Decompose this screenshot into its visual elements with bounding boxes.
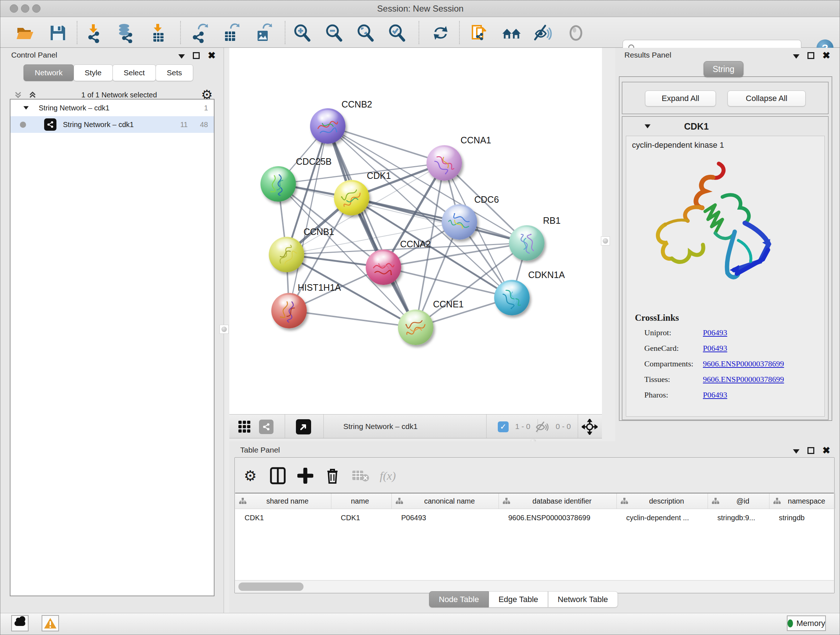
import-network-from-database-button[interactable] [114, 22, 135, 43]
network-canvas[interactable]: CCNB2CCNA1CDC25BCDK1CDC6RB1CCNB1CCNA2CDK… [229, 48, 602, 414]
network-collection-row[interactable]: String Network – cdk1 1 [11, 100, 214, 116]
import-table-button[interactable] [148, 22, 169, 43]
network-name: String Network – cdk1 [63, 120, 134, 129]
title-bar: Session: New Session [0, 0, 840, 17]
close-panel-icon[interactable]: ✖ [208, 51, 216, 60]
export-image-button[interactable] [253, 22, 274, 43]
column-header[interactable]: description [617, 494, 708, 509]
network-row[interactable]: String Network – cdk1 11 48 [11, 116, 214, 133]
table-cell[interactable]: stringdb [769, 509, 835, 526]
crosslink-link[interactable]: P06493 [703, 328, 727, 337]
panel-menu-icon[interactable] [793, 449, 799, 454]
table-row[interactable]: CDK1CDK1P064939606.ENSP00000378699cyclin… [235, 509, 834, 526]
string-home-button[interactable] [501, 22, 522, 43]
right-splitter-grip[interactable] [601, 236, 610, 245]
zoom-fit-button[interactable] [355, 22, 376, 43]
tab-network-table[interactable]: Network Table [548, 591, 618, 608]
refresh-button[interactable] [430, 22, 451, 43]
tab-edge-table[interactable]: Edge Table [489, 591, 548, 608]
network-node-CCNB2[interactable] [310, 108, 346, 144]
column-header[interactable]: @id [708, 494, 769, 509]
column-header[interactable]: name [332, 494, 392, 509]
show-columns-button[interactable] [268, 466, 288, 486]
pan-mode-button[interactable] [582, 419, 598, 435]
zoom-out-button[interactable] [324, 22, 345, 43]
memory-button[interactable]: Memory [787, 616, 826, 631]
left-splitter-grip[interactable] [219, 325, 229, 334]
crosslink-link[interactable]: 9606.ENSP00000378699 [703, 359, 784, 369]
string-import-button[interactable] [469, 22, 490, 43]
panel-menu-icon[interactable] [178, 54, 185, 59]
tab-network[interactable]: Network [24, 65, 74, 81]
show-glass-button[interactable] [565, 22, 586, 43]
delete-table-button[interactable] [351, 466, 371, 486]
crosslink-link[interactable]: P06493 [703, 390, 727, 400]
tab-sets[interactable]: Sets [156, 65, 193, 81]
warnings-button[interactable] [42, 615, 59, 631]
close-panel-icon[interactable]: ✖ [822, 51, 830, 60]
column-header[interactable]: namespace [769, 494, 835, 509]
import-network-button[interactable] [84, 22, 104, 43]
collapse-all-icon[interactable] [13, 90, 23, 100]
node-label-CCNE1: CCNE1 [433, 299, 464, 310]
export-table-button[interactable] [220, 22, 241, 43]
zoom-in-button[interactable] [292, 22, 313, 43]
tab-select[interactable]: Select [112, 65, 156, 81]
table-cell[interactable]: 9606.ENSP00000378699 [499, 509, 617, 526]
export-network-button[interactable] [189, 22, 210, 43]
network-node-CDC6[interactable] [442, 204, 477, 240]
function-builder-button[interactable]: f(x) [378, 466, 398, 486]
network-node-CDKN1A[interactable] [494, 280, 530, 315]
birds-eye-view-button[interactable] [295, 419, 311, 435]
protein-structure [369, 253, 398, 283]
network-node-CDC25B[interactable] [261, 166, 296, 202]
horizontal-scrollbar[interactable] [235, 580, 834, 592]
close-panel-icon[interactable]: ✖ [822, 446, 830, 455]
scrollbar-thumb[interactable] [238, 583, 303, 591]
table-cell[interactable]: CDK1 [332, 509, 392, 526]
save-session-button[interactable] [47, 22, 68, 43]
collapse-triangle-icon[interactable] [24, 106, 28, 110]
open-session-button[interactable] [15, 22, 36, 43]
float-panel-icon[interactable] [807, 52, 814, 59]
string-results-container: Expand All Collapse All CDK1 cyclin-depe… [619, 76, 832, 421]
table-cell[interactable]: cyclin-dependent ... [617, 509, 708, 526]
network-node-CCNA1[interactable] [426, 145, 462, 181]
grid-view-button[interactable] [237, 419, 253, 435]
network-node-CCNA2[interactable] [366, 249, 401, 285]
selected-counts: 1 - 0 [515, 415, 531, 438]
delete-column-button[interactable] [322, 466, 343, 486]
crosslink-link[interactable]: 9606.ENSP00000378699 [703, 375, 784, 384]
zoom-selected-button[interactable] [387, 22, 408, 43]
panel-menu-icon[interactable] [793, 54, 799, 59]
network-node-CDK1[interactable] [334, 180, 369, 215]
crosslink-label: Pharos: [635, 390, 703, 400]
tab-node-table[interactable]: Node Table [429, 591, 489, 608]
cloud-status-button[interactable] [11, 615, 28, 631]
hide-glass-button[interactable] [532, 22, 553, 43]
collapse-all-button[interactable]: Collapse All [728, 90, 806, 106]
add-column-button[interactable] [295, 466, 316, 486]
float-panel-icon[interactable] [807, 447, 814, 454]
column-header[interactable]: shared name [235, 494, 332, 509]
table-cell[interactable]: stringdb:9... [708, 509, 769, 526]
expand-collapse-box: Expand All Collapse All [622, 82, 829, 114]
network-node-HIST1H1A[interactable] [271, 293, 307, 328]
table-cell[interactable]: P06493 [392, 509, 499, 526]
float-panel-icon[interactable] [193, 52, 200, 59]
table-cell[interactable]: CDK1 [235, 509, 332, 526]
crosslink-link[interactable]: P06493 [703, 344, 727, 353]
gene-section-header[interactable]: CDK1 [622, 117, 828, 136]
expand-all-button[interactable]: Expand All [645, 90, 716, 106]
tab-string[interactable]: String [704, 61, 744, 77]
expand-all-icon[interactable] [28, 90, 37, 100]
column-header[interactable]: database identifier [499, 494, 617, 509]
tab-style[interactable]: Style [73, 65, 113, 81]
column-header[interactable]: canonical name [392, 494, 499, 509]
collapse-triangle-icon[interactable] [645, 125, 651, 128]
network-node-CCNE1[interactable] [398, 310, 433, 345]
network-node-CCNB1[interactable] [269, 237, 304, 272]
string-view-button[interactable] [258, 419, 274, 435]
table-options-button[interactable]: ⚙ [240, 466, 261, 486]
network-node-RB1[interactable] [509, 225, 545, 261]
